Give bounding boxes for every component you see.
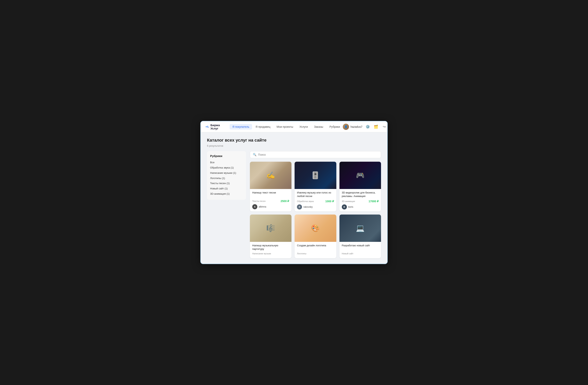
- page-title: Каталог всех услуг на сайте: [207, 138, 381, 143]
- card-body: Извлеку музыку или голос из любой песни …: [294, 189, 336, 211]
- sidebar-item-music[interactable]: Написание музыки (1): [210, 170, 243, 176]
- card-seller: R rakovsky: [297, 204, 334, 209]
- navbar: Биржа Услуг Я покупатель Я продавец Мои …: [201, 121, 387, 132]
- service-image: [250, 215, 292, 242]
- service-card[interactable]: Извлеку музыку или голос из любой песни …: [294, 162, 336, 211]
- nav-services[interactable]: Услуги: [297, 124, 311, 129]
- main-content: Каталог всех услуг на сайте 6 результато…: [201, 132, 387, 264]
- card-title: Разработаю новый сайт: [342, 244, 379, 251]
- card-category: Обработка звука: [297, 200, 314, 203]
- avatar-image: 👤: [343, 124, 349, 130]
- card-meta: Написание музыки: [252, 252, 289, 255]
- card-price: 2500 ₽: [281, 200, 289, 203]
- username: hazadus7: [351, 125, 362, 128]
- nav-right: 👤 hazadus7 ⚙️ 🗂️ ↪: [343, 124, 387, 130]
- settings-icon[interactable]: ⚙️: [365, 124, 371, 129]
- search-icon: 🔍: [253, 153, 256, 156]
- card-body: Создам дизайн логотипа Логотипы: [294, 242, 336, 258]
- app-window: Биржа Услуг Я покупатель Я продавец Мои …: [200, 121, 388, 264]
- seller-name: rakovsky: [303, 205, 313, 208]
- sidebar-item-website[interactable]: Новый сайт (1): [210, 186, 243, 191]
- card-meta: 3D-анимация 17000 ₽: [342, 200, 379, 203]
- logo-text: Биржа Услуг: [210, 123, 222, 130]
- card-title: 3D видеоролик для бизнеса, рекламы. Аним…: [342, 191, 379, 198]
- card-body: Напишу текст песни Тексты песен 2500 ₽ A…: [250, 189, 292, 211]
- card-body: Разработаю новый сайт Новый сайт: [339, 242, 381, 258]
- service-image: [294, 162, 336, 189]
- sidebar-item-sound[interactable]: Обработка звука (1): [210, 165, 243, 170]
- card-meta: Тексты песен 2500 ₽: [252, 200, 289, 203]
- service-image: [250, 162, 292, 189]
- services-grid: Напишу текст песни Тексты песен 2500 ₽ A…: [250, 162, 381, 258]
- service-card[interactable]: 3D видеоролик для бизнеса, рекламы. Аним…: [339, 162, 381, 211]
- sidebar-title: Рубрики: [210, 154, 243, 158]
- card-category: Новый сайт: [342, 252, 354, 255]
- card-category: Написание музыки: [252, 252, 271, 255]
- logo[interactable]: Биржа Услуг: [205, 123, 222, 130]
- card-meta: Новый сайт: [342, 252, 379, 255]
- card-category: 3D-анимация: [342, 200, 355, 203]
- nav-links: Я покупатель Я продавец Мои проекты Услу…: [230, 124, 343, 129]
- card-seller: B boris: [342, 204, 379, 209]
- card-title: Создам дизайн логотипа: [297, 244, 334, 251]
- seller-avatar: A: [252, 204, 257, 209]
- seller-avatar: R: [297, 204, 302, 209]
- card-title: Напишу текст песни: [252, 191, 289, 198]
- card-meta: Обработка звука 1000 ₽: [297, 200, 334, 203]
- card-title: Напишу музыкальную партитуру: [252, 244, 289, 251]
- svg-point-2: [208, 127, 209, 128]
- avatar: 👤: [343, 124, 349, 130]
- card-price: 17000 ₽: [369, 200, 379, 203]
- seller-name: albinna: [259, 205, 266, 208]
- content-layout: Рубрики Все Обработка звука (1) Написани…: [207, 151, 381, 258]
- search-input[interactable]: [258, 153, 378, 156]
- nav-buyer[interactable]: Я покупатель: [230, 124, 252, 129]
- service-card[interactable]: Создам дизайн логотипа Логотипы: [294, 215, 336, 258]
- nav-projects[interactable]: Мои проекты: [274, 124, 296, 129]
- card-price: 1000 ₽: [325, 200, 334, 203]
- wallet-icon[interactable]: 🗂️: [373, 124, 379, 129]
- card-category: Логотипы: [297, 252, 306, 255]
- service-image: [339, 215, 381, 242]
- catalog-area: 🔍 Напишу текст песни Тексты песен 2500 ₽: [250, 151, 381, 258]
- card-category: Тексты песен: [252, 200, 266, 202]
- sidebar-item-3d[interactable]: 3D-анимация (1): [210, 191, 243, 197]
- card-seller: A albinna: [252, 204, 289, 209]
- nav-rubrics[interactable]: Рубрики: [327, 124, 343, 129]
- card-body: Напишу музыкальную партитуру Написание м…: [250, 242, 292, 258]
- nav-seller[interactable]: Я продавец: [253, 124, 273, 129]
- service-image: [294, 215, 336, 242]
- service-card[interactable]: Разработаю новый сайт Новый сайт: [339, 215, 381, 258]
- sidebar-item-lyrics[interactable]: Тексты песен (1): [210, 181, 243, 186]
- sidebar: Рубрики Все Обработка звука (1) Написани…: [207, 151, 246, 200]
- svg-point-0: [206, 126, 207, 127]
- sidebar-item-logos[interactable]: Логотипы (1): [210, 176, 243, 181]
- nav-orders[interactable]: Заказы: [311, 124, 326, 129]
- card-title: Извлеку музыку или голос из любой песни: [297, 191, 334, 198]
- seller-avatar: B: [342, 204, 347, 209]
- svg-point-1: [207, 126, 208, 127]
- service-image: [339, 162, 381, 189]
- result-count: 6 результатов: [207, 144, 381, 147]
- user-info[interactable]: 👤 hazadus7: [343, 124, 362, 130]
- service-card[interactable]: Напишу музыкальную партитуру Написание м…: [250, 215, 292, 258]
- sidebar-item-all[interactable]: Все: [210, 160, 243, 165]
- seller-name: boris: [348, 205, 353, 208]
- search-bar: 🔍: [250, 151, 381, 158]
- logout-icon[interactable]: ↪: [381, 124, 387, 129]
- service-card[interactable]: Напишу текст песни Тексты песен 2500 ₽ A…: [250, 162, 292, 211]
- card-meta: Логотипы: [297, 252, 334, 255]
- card-body: 3D видеоролик для бизнеса, рекламы. Аним…: [339, 189, 381, 211]
- logo-icon: [205, 125, 209, 129]
